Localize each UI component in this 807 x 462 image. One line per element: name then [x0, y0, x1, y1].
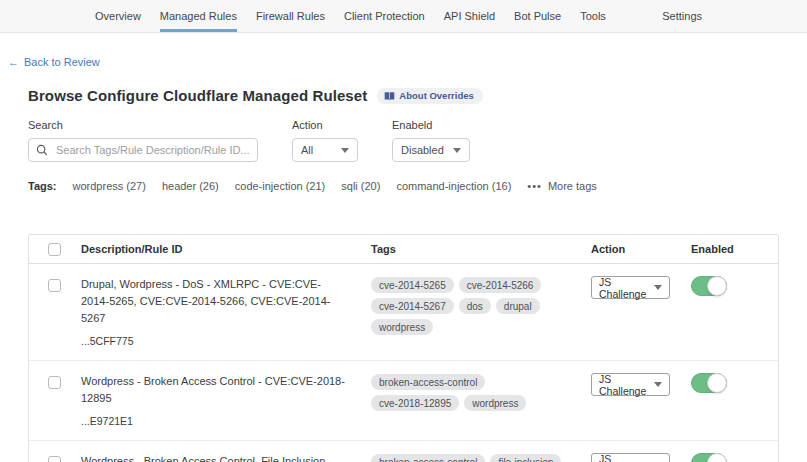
search-icon [36, 144, 48, 156]
tag-filter-item[interactable]: sqli (20) [341, 180, 380, 192]
book-icon [384, 91, 395, 101]
rule-enabled-toggle[interactable] [691, 276, 727, 296]
rule-description: Wordpress - Broken Access Control - CVE:… [81, 373, 371, 407]
tags-bar-label: Tags: [28, 180, 57, 192]
rule-id: ...5CFF775 [81, 335, 371, 347]
tag-pill: cve-2014-5267 [371, 298, 454, 314]
search-label: Search [28, 119, 258, 131]
tag-pill: file-inclusion [490, 454, 561, 462]
tag-pill: dos [459, 298, 491, 314]
rule-tags: broken-access-controlfile-inclusionwordp… [371, 453, 591, 462]
tab-bot-pulse[interactable]: Bot Pulse [514, 0, 561, 32]
tag-filter-item[interactable]: code-injection (21) [235, 180, 326, 192]
back-to-review-link[interactable]: ← Back to Review [8, 56, 100, 68]
tag-pill: wordpress [371, 319, 433, 335]
column-header-tags: Tags [371, 243, 591, 255]
rule-tags: cve-2014-5265cve-2014-5266cve-2014-5267d… [371, 276, 591, 335]
chevron-down-icon [453, 148, 461, 153]
table-row: Drupal, Wordpress - DoS - XMLRPC - CVE:C… [29, 264, 778, 361]
tag-pill: cve-2018-12895 [371, 395, 459, 411]
rule-tags: broken-access-controlcve-2018-12895wordp… [371, 373, 591, 411]
rule-action-value: JS Challenge [599, 453, 654, 462]
row-checkbox[interactable] [48, 456, 61, 462]
tab-client-protection[interactable]: Client Protection [344, 0, 425, 32]
top-navigation: OverviewManaged RulesFirewall RulesClien… [0, 0, 807, 33]
action-filter-value: All [301, 144, 313, 156]
more-tags-label: More tags [548, 180, 597, 192]
action-filter-label: Action [292, 119, 358, 131]
back-arrow-icon: ← [8, 56, 19, 68]
rule-id: ...E9721E1 [81, 415, 371, 427]
rule-action-select[interactable]: JS Challenge [591, 453, 670, 462]
rule-enabled-toggle[interactable] [691, 373, 727, 393]
rule-description: Wordpress - Broken Access Control, File … [81, 453, 371, 462]
tag-pill: broken-access-control [371, 454, 485, 462]
tab-managed-rules[interactable]: Managed Rules [160, 0, 237, 32]
rule-description: Drupal, Wordpress - DoS - XMLRPC - CVE:C… [81, 276, 371, 327]
enabled-filter-select[interactable]: Disabled [392, 138, 470, 162]
ellipsis-icon: ••• [527, 180, 542, 192]
enabled-filter-label: Enabeld [392, 119, 470, 131]
toggle-knob [707, 373, 727, 393]
tag-pill: drupal [496, 298, 540, 314]
rule-action-select[interactable]: JS Challenge [591, 373, 670, 396]
badge-label: About Overrides [399, 90, 473, 101]
rule-action-select[interactable]: JS Challenge [591, 276, 670, 299]
select-all-checkbox[interactable] [48, 243, 61, 256]
column-header-enabled: Enabled [691, 243, 778, 255]
rules-table: Description/Rule ID Tags Action Enabled … [28, 234, 779, 462]
page-title: Browse Configure Cloudflare Managed Rule… [28, 87, 367, 104]
search-input[interactable] [28, 138, 258, 162]
tag-pill: cve-2014-5266 [459, 277, 542, 293]
tag-pill: wordpress [464, 395, 526, 411]
chevron-down-icon [654, 285, 662, 290]
nav-tabs: OverviewManaged RulesFirewall RulesClien… [95, 0, 606, 32]
rule-action-value: JS Challenge [599, 276, 654, 300]
table-header-row: Description/Rule ID Tags Action Enabled [29, 235, 778, 264]
column-header-action: Action [591, 243, 691, 255]
toggle-knob [707, 453, 727, 462]
tag-filter-item[interactable]: command-injection (16) [396, 180, 511, 192]
table-row: Wordpress - Broken Access Control, File … [29, 441, 778, 462]
table-row: Wordpress - Broken Access Control - CVE:… [29, 361, 778, 441]
tag-pill: cve-2014-5265 [371, 277, 454, 293]
more-tags-button[interactable]: ••• More tags [527, 180, 596, 192]
tags-bar: Tags: wordpress (27)header (26)code-inje… [28, 180, 779, 192]
tab-api-shield[interactable]: API Shield [444, 0, 495, 32]
enabled-filter-value: Disabled [401, 144, 444, 156]
tab-overview[interactable]: Overview [95, 0, 141, 32]
toggle-knob [707, 276, 727, 296]
tag-pill: broken-access-control [371, 374, 485, 390]
tab-tools[interactable]: Tools [580, 0, 606, 32]
column-header-description: Description/Rule ID [81, 243, 371, 255]
tag-filter-item[interactable]: wordpress (27) [73, 180, 146, 192]
about-overrides-badge[interactable]: About Overrides [377, 88, 482, 104]
chevron-down-icon [341, 148, 349, 153]
chevron-down-icon [654, 382, 662, 387]
back-link-label: Back to Review [24, 56, 100, 68]
rule-action-value: JS Challenge [599, 373, 654, 397]
row-checkbox[interactable] [48, 376, 61, 389]
tab-settings[interactable]: Settings [662, 7, 702, 25]
row-checkbox[interactable] [48, 279, 61, 292]
tab-firewall-rules[interactable]: Firewall Rules [256, 0, 325, 32]
action-filter-select[interactable]: All [292, 138, 358, 162]
rule-enabled-toggle[interactable] [691, 453, 727, 462]
tag-filter-item[interactable]: header (26) [162, 180, 219, 192]
